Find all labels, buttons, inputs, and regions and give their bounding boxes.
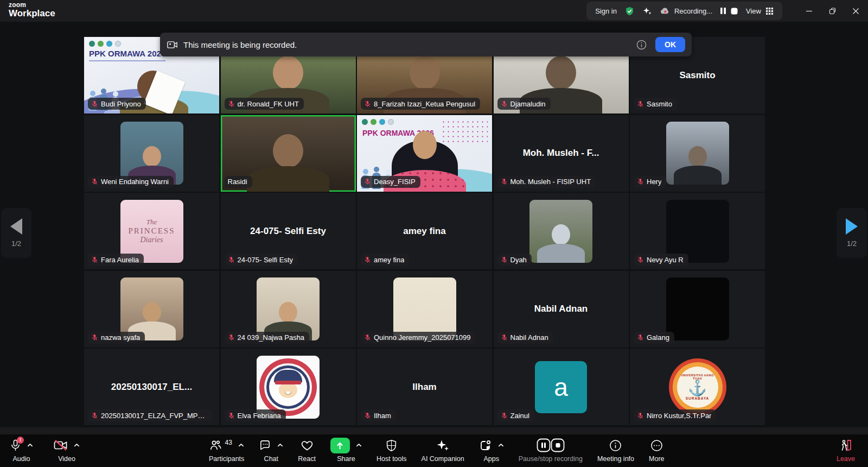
slide-logos: [89, 41, 121, 47]
participant-name-text: Moh. Musleh - FISIP UHT: [510, 178, 591, 186]
muted-mic-icon: [637, 412, 644, 419]
participant-name-text: Quinno Jeremmy_2025071099: [374, 333, 471, 342]
participant-name-label: Quinno Jeremmy_2025071099: [361, 332, 476, 344]
video-icon: [54, 439, 68, 451]
participant-name-label: Nevy Ayu R: [634, 254, 688, 266]
muted-mic-icon: [637, 334, 644, 341]
participant-name-label: Nirro Kustur,S.Tr.Par: [634, 409, 716, 421]
participant-tile[interactable]: 24-075- Selfi Esty24-075- Selfi Esty: [221, 193, 356, 269]
close-button[interactable]: [852, 8, 859, 15]
toolbar-label: Pause/stop recording: [519, 455, 583, 463]
toolbar-apps-button[interactable]: Apps: [479, 437, 504, 463]
toolbar-top-strip: [0, 427, 868, 434]
participant-tile[interactable]: 24 039_Najwa Pasha: [221, 271, 356, 348]
pause-recording-icon[interactable]: [720, 7, 726, 15]
participant-tile[interactable]: 20250130017_EL...20250130017_ELZA_FVP_MP…: [84, 349, 219, 425]
participant-tile[interactable]: Galang: [630, 271, 765, 348]
chevron-up-icon[interactable]: [74, 443, 80, 447]
toolbar-label: Host tools: [376, 455, 407, 463]
chevron-up-icon[interactable]: [238, 443, 244, 447]
next-page-button[interactable]: 1/2: [837, 208, 867, 258]
participant-tile[interactable]: Elva Febriana: [221, 349, 356, 425]
participant-tile[interactable]: Moh. Musleh - F...Moh. Musleh - FISIP UH…: [494, 115, 629, 192]
participant-name-text: nazwa syafa: [101, 333, 140, 342]
recording-indicator: Recording...: [660, 7, 738, 15]
participant-tile[interactable]: Hery: [630, 115, 765, 192]
participant-grid: PPK ORMAWA 2026Budi Priyonodr. Ronald_FK…: [84, 37, 765, 425]
security-shield-icon[interactable]: [625, 7, 634, 16]
participant-name-label: Galang: [634, 332, 674, 344]
avatar: [120, 122, 183, 185]
muted-mic-icon: [364, 256, 371, 263]
participant-tile[interactable]: Dyah: [494, 193, 629, 269]
participant-name-label: Dyah: [497, 254, 532, 266]
slide-logo-icon: [371, 119, 376, 125]
audio-icon: !: [10, 439, 21, 452]
toolbar-more-button[interactable]: More: [649, 437, 664, 463]
ok-button[interactable]: OK: [655, 37, 685, 52]
participant-name-label: Moh. Musleh - FISIP UHT: [497, 176, 596, 188]
view-control[interactable]: View: [746, 7, 774, 15]
toolbar-label: Meeting info: [597, 455, 634, 463]
chevron-up-icon[interactable]: [277, 443, 283, 447]
muted-mic-icon: [637, 256, 644, 263]
camera-recording-icon: [167, 40, 178, 50]
participant-tile[interactable]: aZainul: [494, 349, 629, 425]
muted-mic-icon: [364, 334, 371, 341]
muted-mic-icon: [501, 100, 508, 108]
participant-name-label: Deasy_FISIP: [361, 176, 420, 188]
zoom-workplace-logo: zoom Workplace: [9, 2, 55, 18]
toolbar-meeting-info-button[interactable]: Meeting info: [597, 437, 634, 463]
participant-tile[interactable]: Nabil AdnanNabil Adnan: [494, 271, 629, 348]
participant-name-label: Elva Febriana: [225, 409, 286, 421]
toolbar-right-group: Leave: [837, 437, 855, 463]
toolbar-host-tools-button[interactable]: Host tools: [376, 437, 407, 463]
participant-name-label: Djamaludin: [497, 98, 551, 110]
participant-tile[interactable]: Weni Endahing Warni: [84, 115, 219, 192]
page-indicator: 1/2: [847, 239, 857, 248]
toolbar-participants-button[interactable]: 43Participants: [209, 437, 244, 463]
restore-button[interactable]: [829, 8, 836, 15]
muted-mic-icon: [91, 412, 98, 419]
participant-tile[interactable]: Quinno Jeremmy_2025071099: [357, 271, 492, 348]
participant-name-label: Budi Priyono: [88, 98, 146, 110]
info-icon[interactable]: [636, 40, 647, 50]
chevron-up-icon[interactable]: [27, 443, 33, 447]
toolbar-chat-button[interactable]: Chat: [259, 437, 283, 463]
anchor-icon: ⚓: [688, 381, 707, 396]
toolbar-ai-companion-button[interactable]: AI Companion: [422, 437, 464, 463]
participant-tile[interactable]: amey finaamey fina: [357, 193, 492, 269]
ai-companion-titlebar-icon[interactable]: [642, 6, 652, 16]
participant-name-text: Dyah: [510, 256, 527, 264]
participant-name-label: Rasidi: [225, 176, 252, 188]
sign-in-button[interactable]: Sign in: [595, 7, 617, 15]
participant-tile[interactable]: Nevy Ayu R: [630, 193, 765, 269]
toolbar-record-button[interactable]: Pause/stop recording: [519, 437, 583, 463]
participant-tile[interactable]: nazwa syafa: [84, 271, 219, 348]
participant-tile[interactable]: ThePRINCESSDiariesFara Aurelia: [84, 193, 219, 269]
participant-tile[interactable]: IlhamIlham: [357, 349, 492, 425]
university-logo-avatar: UNIVERSITAS HANG TUAH⚓SURABAYA: [669, 358, 726, 416]
logo-city-text: SURABAYA: [686, 396, 710, 400]
participant-name-text: 20250130017_ELZA_FVP_MPLM: [101, 412, 207, 420]
share-button-background: [330, 438, 350, 453]
minimize-button[interactable]: [806, 8, 813, 15]
share-icon: [330, 438, 350, 453]
previous-page-button[interactable]: 1/2: [1, 208, 31, 258]
toolbar-leave-button[interactable]: Leave: [837, 437, 855, 463]
logo-workplace-text: Workplace: [9, 9, 55, 18]
apps-icon: [479, 439, 492, 452]
stop-recording-icon[interactable]: [731, 8, 738, 15]
dot-pattern: [441, 119, 488, 143]
toolbar-audio-button[interactable]: !Audio: [10, 437, 33, 463]
chevron-up-icon[interactable]: [498, 443, 504, 447]
participant-tile[interactable]: Rasidi: [221, 115, 356, 192]
toolbar-share-button[interactable]: Share: [330, 437, 362, 463]
recording-status-text: Recording...: [674, 7, 712, 15]
participant-tile[interactable]: UNIVERSITAS HANG TUAH⚓SURABAYANirro Kust…: [630, 349, 765, 425]
chevron-up-icon[interactable]: [356, 443, 362, 447]
toolbar-react-button[interactable]: React: [298, 437, 316, 463]
participant-tile[interactable]: PPK ORMAWA 2026Deasy_FISIP: [357, 115, 492, 192]
toolbar-label: AI Companion: [422, 455, 464, 463]
toolbar-video-button[interactable]: Video: [54, 437, 80, 463]
